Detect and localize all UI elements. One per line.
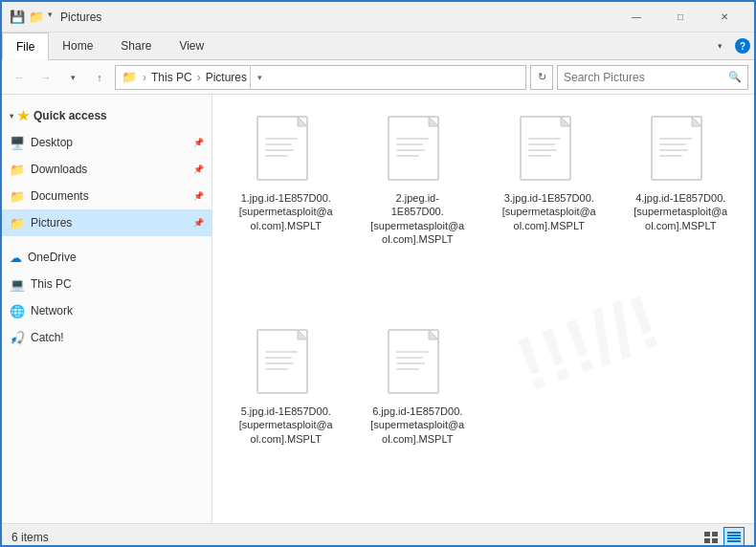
document-icon-0 bbox=[254, 115, 319, 191]
title-bar-icons: 💾 📁 ▾ bbox=[10, 10, 53, 24]
file-item-1[interactable]: 2.jpeg.id-1E857D00.[supermetasploit@aol.… bbox=[356, 106, 480, 312]
documents-icon: 📁 bbox=[10, 189, 25, 204]
list-view-button[interactable] bbox=[700, 527, 722, 548]
svg-rect-8 bbox=[396, 138, 429, 140]
computer-icon: 💻 bbox=[10, 277, 25, 292]
downloads-icon: 📁 bbox=[10, 163, 25, 177]
svg-rect-27 bbox=[265, 357, 292, 359]
desktop-icon: 🖥️ bbox=[10, 136, 25, 150]
svg-rect-33 bbox=[396, 357, 423, 359]
document-icon-3 bbox=[648, 115, 713, 191]
file-name-0: 1.jpg.id-1E857D00.[supermetasploit@aol.c… bbox=[238, 191, 334, 232]
file-item-3[interactable]: 4.jpg.id-1E857D00.[supermetasploit@aol.c… bbox=[619, 106, 744, 312]
tab-view[interactable]: View bbox=[166, 33, 218, 59]
refresh-button[interactable]: ↻ bbox=[530, 65, 553, 90]
file-item-4[interactable]: 5.jpg.id-1E857D00.[supermetasploit@aol.c… bbox=[224, 319, 348, 512]
sidebar-item-network[interactable]: 🌐 Network bbox=[2, 297, 211, 324]
file-item-0[interactable]: 1.jpg.id-1E857D00.[supermetasploit@aol.c… bbox=[224, 106, 348, 312]
svg-rect-4 bbox=[265, 149, 294, 151]
svg-rect-35 bbox=[396, 368, 419, 370]
search-input[interactable] bbox=[564, 71, 728, 84]
svg-rect-29 bbox=[265, 368, 288, 370]
sidebar-item-documents-label: Documents bbox=[31, 189, 89, 203]
dropdown-arrow-icon[interactable]: ▾ bbox=[48, 10, 53, 24]
file-grid: 1.jpg.id-1E857D00.[supermetasploit@aol.c… bbox=[224, 106, 743, 512]
svg-rect-34 bbox=[396, 362, 425, 364]
pin-icon-desktop: 📌 bbox=[193, 138, 204, 147]
pin-icon-downloads: 📌 bbox=[193, 164, 204, 174]
svg-rect-11 bbox=[396, 155, 419, 157]
address-bar: ← → ▾ ↑ 📁 › This PC › Pictures ▾ ↻ 🔍 bbox=[2, 60, 754, 95]
pictures-icon: 📁 bbox=[10, 216, 25, 230]
sidebar-item-pictures-label: Pictures bbox=[31, 216, 72, 230]
minimize-button[interactable]: — bbox=[614, 2, 658, 33]
view-controls bbox=[700, 527, 745, 548]
svg-rect-28 bbox=[265, 362, 294, 364]
chevron-down-icon: ▾ bbox=[10, 112, 13, 120]
status-count: 6 items bbox=[11, 531, 49, 544]
search-box[interactable]: 🔍 bbox=[557, 65, 748, 90]
svg-rect-38 bbox=[704, 538, 710, 543]
ribbon-collapse-btn[interactable]: ▾ bbox=[708, 33, 731, 59]
path-separator1: › bbox=[143, 71, 146, 84]
catch-icon: 🎣 bbox=[10, 331, 25, 345]
ribbon: File Home Share View ▾ ? bbox=[2, 33, 754, 60]
sidebar-item-desktop[interactable]: 🖥️ Desktop 📌 bbox=[2, 129, 211, 156]
path-pictures[interactable]: Pictures bbox=[206, 71, 247, 84]
address-path[interactable]: 📁 › This PC › Pictures ▾ bbox=[115, 65, 526, 90]
file-name-5: 6.jpg.id-1E857D00.[supermetasploit@aol.c… bbox=[369, 405, 465, 446]
document-icon-2 bbox=[517, 115, 582, 191]
sidebar-item-onedrive[interactable]: ☁ OneDrive bbox=[2, 244, 211, 271]
status-bar: 6 items bbox=[2, 523, 754, 547]
breadcrumb-folder-icon: 📁 bbox=[122, 70, 137, 84]
ribbon-tabs: File Home Share View ▾ ? bbox=[2, 33, 754, 59]
tab-file[interactable]: File bbox=[2, 33, 49, 60]
pin-icon-pictures: 📌 bbox=[193, 218, 204, 228]
document-icon-1 bbox=[385, 115, 450, 191]
quick-access-icon1: 💾 bbox=[10, 10, 25, 24]
title-bar: 💾 📁 ▾ Pictures — □ ✕ bbox=[2, 2, 754, 33]
sidebar: ▾ ★ Quick access 🖥️ Desktop 📌 📁 Download… bbox=[2, 95, 212, 523]
large-icon-view-button[interactable] bbox=[723, 527, 745, 548]
file-item-2[interactable]: 3.jpg.id-1E857D00.[supermetasploit@aol.c… bbox=[487, 106, 611, 312]
svg-rect-42 bbox=[727, 537, 741, 539]
svg-rect-2 bbox=[265, 138, 298, 140]
pin-icon-documents: 📌 bbox=[193, 191, 204, 201]
tab-share[interactable]: Share bbox=[107, 33, 166, 59]
file-name-3: 4.jpg.id-1E857D00.[supermetasploit@aol.c… bbox=[633, 191, 728, 232]
quick-access-star-icon: ★ bbox=[17, 108, 30, 123]
back-button[interactable]: ← bbox=[8, 66, 31, 89]
svg-rect-21 bbox=[659, 143, 686, 145]
svg-rect-36 bbox=[704, 532, 710, 536]
svg-rect-32 bbox=[396, 351, 429, 353]
svg-rect-15 bbox=[528, 143, 555, 145]
close-button[interactable]: ✕ bbox=[702, 2, 746, 33]
svg-rect-20 bbox=[659, 138, 692, 140]
sidebar-item-documents[interactable]: 📁 Documents 📌 bbox=[2, 183, 211, 209]
maximize-button[interactable]: □ bbox=[658, 2, 702, 33]
network-icon: 🌐 bbox=[10, 304, 25, 318]
sidebar-item-pictures[interactable]: 📁 Pictures 📌 bbox=[2, 209, 211, 236]
svg-rect-22 bbox=[659, 149, 688, 151]
tab-home[interactable]: Home bbox=[49, 33, 107, 59]
svg-rect-16 bbox=[528, 149, 557, 151]
sidebar-item-this-pc[interactable]: 💻 This PC bbox=[2, 271, 211, 297]
path-this-pc[interactable]: This PC bbox=[151, 71, 192, 84]
svg-rect-41 bbox=[727, 535, 741, 536]
up-button[interactable]: ↑ bbox=[88, 66, 111, 89]
file-name-1: 2.jpeg.id-1E857D00.[supermetasploit@aol.… bbox=[369, 191, 465, 246]
window-title: Pictures bbox=[60, 11, 614, 24]
file-item-5[interactable]: 6.jpg.id-1E857D00.[supermetasploit@aol.c… bbox=[356, 319, 480, 512]
help-button[interactable]: ? bbox=[731, 33, 754, 59]
path-dropdown-btn[interactable]: ▾ bbox=[250, 65, 269, 90]
quick-access-header: ▾ ★ Quick access bbox=[2, 102, 211, 129]
recent-locations-button[interactable]: ▾ bbox=[61, 66, 84, 89]
sidebar-item-catch[interactable]: 🎣 Catch! bbox=[2, 324, 211, 351]
forward-button[interactable]: → bbox=[34, 66, 57, 89]
sidebar-item-downloads[interactable]: 📁 Downloads 📌 bbox=[2, 156, 211, 183]
file-name-4: 5.jpg.id-1E857D00.[supermetasploit@aol.c… bbox=[238, 405, 334, 446]
svg-rect-26 bbox=[265, 351, 298, 353]
svg-rect-43 bbox=[727, 540, 741, 542]
svg-rect-23 bbox=[659, 155, 682, 157]
sidebar-item-catch-label: Catch! bbox=[31, 331, 64, 344]
